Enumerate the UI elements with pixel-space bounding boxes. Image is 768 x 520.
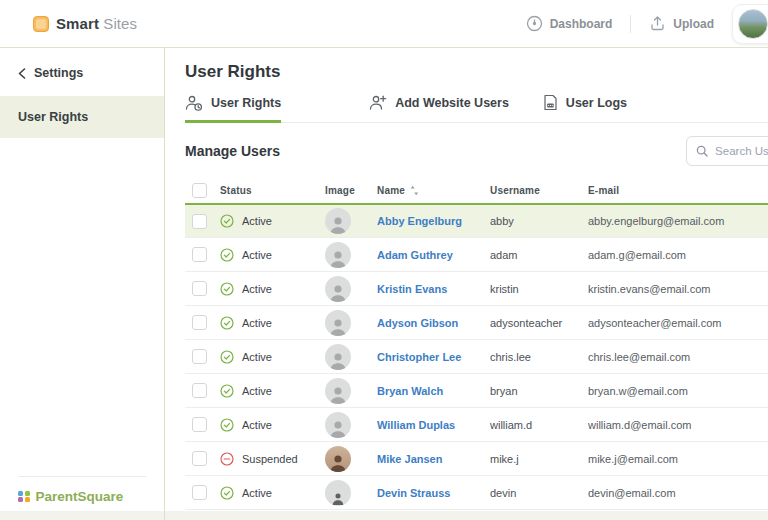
row-checkbox[interactable] — [192, 281, 207, 296]
status-icon — [220, 316, 234, 330]
search-input[interactable] — [715, 145, 768, 157]
avatar — [325, 378, 351, 404]
row-checkbox[interactable] — [192, 315, 207, 330]
status-cell: Suspended — [220, 452, 325, 466]
log-document-icon — [543, 94, 558, 111]
table-row[interactable]: Active Chr — [185, 340, 768, 374]
status-label: Active — [242, 283, 272, 295]
username-cell: bryan — [490, 385, 588, 397]
table-row[interactable]: Suspended — [185, 442, 768, 476]
parentsquare-label: ParentSquare — [36, 489, 124, 504]
status-icon — [220, 350, 234, 364]
sidebar-item-user-rights[interactable]: User Rights — [0, 96, 164, 138]
username-cell: abby — [490, 215, 588, 227]
avatar — [325, 242, 351, 268]
row-checkbox[interactable] — [192, 214, 207, 229]
user-menu[interactable] — [732, 4, 768, 44]
upload-icon — [649, 15, 666, 32]
email-cell: bryan.w@email.com — [588, 385, 768, 397]
status-cell: Active — [220, 350, 325, 364]
status-cell: Active — [220, 384, 325, 398]
dashboard-button[interactable]: Dashboard — [526, 15, 613, 32]
tab-user-logs[interactable]: User Logs — [543, 94, 627, 123]
dashboard-label: Dashboard — [550, 17, 613, 31]
table-row[interactable]: Active Kri — [185, 272, 768, 306]
user-clock-icon — [185, 95, 203, 111]
user-name-link[interactable]: Abby Engelburg — [377, 215, 462, 227]
user-name-link[interactable]: William Duplas — [377, 419, 455, 431]
section-title: Manage Users — [185, 143, 280, 159]
brand-name-bold: Smart — [56, 15, 99, 32]
table-row[interactable]: Active Bry — [185, 374, 768, 408]
bottom-strip — [0, 511, 768, 520]
user-name-link[interactable]: Adam Guthrey — [377, 249, 453, 261]
username-cell: kristin — [490, 283, 588, 295]
avatar — [325, 276, 351, 302]
row-checkbox[interactable] — [192, 383, 207, 398]
username-cell: devin — [490, 487, 588, 499]
status-cell: Active — [220, 214, 325, 228]
section-header: Manage Users — [185, 141, 768, 161]
avatar — [325, 344, 351, 370]
status-label: Active — [242, 215, 272, 227]
settings-sidebar: Settings User Rights ParentSquare — [0, 48, 165, 520]
row-checkbox[interactable] — [192, 485, 207, 500]
avatar — [325, 310, 351, 336]
table-row[interactable]: Active Wil — [185, 408, 768, 442]
tab-label: User Logs — [566, 96, 627, 110]
person-silhouette-icon — [328, 282, 348, 302]
status-label: Active — [242, 249, 272, 261]
email-cell: kristin.evans@email.com — [588, 283, 768, 295]
row-checkbox[interactable] — [192, 451, 207, 466]
person-silhouette-icon — [328, 316, 348, 336]
user-name-link[interactable]: Bryan Walch — [377, 385, 443, 397]
tab-label: User Rights — [211, 96, 281, 110]
person-silhouette-icon — [328, 214, 348, 234]
avatar — [325, 480, 351, 506]
user-name-link[interactable]: Devin Strauss — [377, 487, 450, 499]
sidebar-item-label: User Rights — [18, 110, 88, 124]
column-header-name[interactable]: Name — [377, 185, 490, 196]
tab-add-website-users[interactable]: Add Website Users — [369, 95, 509, 123]
tab-label: Add Website Users — [395, 96, 509, 110]
column-header-username: Username — [490, 185, 588, 196]
user-avatar — [738, 9, 768, 39]
tab-bar: User Rights Add Website Users — [185, 94, 768, 123]
person-silhouette-icon — [328, 418, 348, 438]
column-header-status: Status — [220, 185, 325, 196]
status-icon — [220, 282, 234, 296]
table-row[interactable]: Active Ada — [185, 238, 768, 272]
table-row[interactable]: Active Abb — [185, 203, 768, 238]
status-label: Active — [242, 351, 272, 363]
person-silhouette-icon — [328, 452, 348, 472]
status-icon — [220, 452, 234, 466]
search-user-box[interactable] — [686, 136, 768, 166]
avatar — [325, 412, 351, 438]
select-all-checkbox[interactable] — [192, 183, 207, 198]
back-label: Settings — [34, 66, 83, 80]
email-cell: william.d@email.com — [588, 419, 768, 431]
back-to-settings-link[interactable]: Settings — [0, 48, 164, 96]
status-label: Active — [242, 317, 272, 329]
username-cell: adysonteacher — [490, 317, 588, 329]
table-row[interactable]: Active Dev — [185, 476, 768, 510]
user-name-link[interactable]: Kristin Evans — [377, 283, 447, 295]
brand-logo[interactable]: Smart Sites — [33, 15, 137, 32]
upload-button[interactable]: Upload — [649, 15, 714, 32]
top-header: Smart Sites Dashboard Upload — [0, 0, 768, 48]
table-row[interactable]: Active Ady — [185, 306, 768, 340]
sort-icon[interactable] — [410, 185, 419, 196]
user-plus-icon — [369, 95, 387, 111]
row-checkbox[interactable] — [192, 247, 207, 262]
row-checkbox[interactable] — [192, 417, 207, 432]
username-cell: william.d — [490, 419, 588, 431]
table-body: Active Abb — [185, 203, 768, 510]
tab-user-rights[interactable]: User Rights — [185, 95, 281, 123]
row-checkbox[interactable] — [192, 349, 207, 364]
user-name-link[interactable]: Christopher Lee — [377, 351, 461, 363]
status-label: Suspended — [242, 453, 298, 465]
user-name-link[interactable]: Adyson Gibson — [377, 317, 458, 329]
status-label: Active — [242, 419, 272, 431]
user-name-link[interactable]: Mike Jansen — [377, 453, 442, 465]
status-icon — [220, 384, 234, 398]
